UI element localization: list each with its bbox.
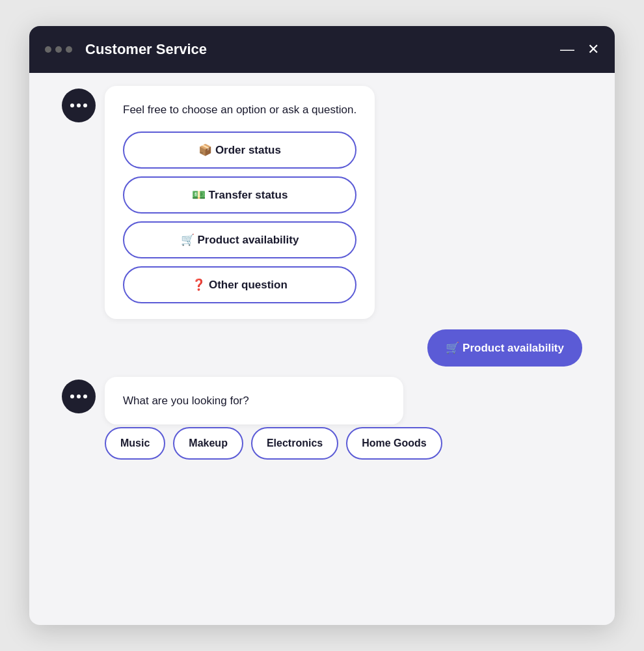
close-button[interactable]: ✕ bbox=[587, 41, 599, 58]
option-order-status[interactable]: 📦 Order status bbox=[123, 132, 356, 169]
category-buttons-list: Music Makeup Electronics Home Goods bbox=[105, 427, 442, 460]
bot-question-card: What are you looking for? bbox=[105, 377, 403, 425]
titlebar-dots bbox=[45, 46, 72, 53]
category-music[interactable]: Music bbox=[105, 427, 165, 460]
bot-question-text: What are you looking for? bbox=[123, 393, 385, 409]
titlebar-dot-3 bbox=[66, 46, 72, 53]
minimize-button[interactable]: — bbox=[560, 42, 574, 57]
category-electronics[interactable]: Electronics bbox=[251, 427, 338, 460]
bot-followup-container: What are you looking for? Music Makeup E… bbox=[105, 377, 442, 460]
user-selected-label: Product availability bbox=[463, 342, 564, 354]
category-home-goods[interactable]: Home Goods bbox=[346, 427, 442, 460]
titlebar-dot-1 bbox=[45, 46, 51, 53]
option-transfer-status[interactable]: 💵 Transfer status bbox=[123, 176, 356, 214]
option-product-availability[interactable]: 🛒 Product availability bbox=[123, 221, 356, 258]
chat-area: Feel free to choose an option or ask a q… bbox=[29, 73, 615, 625]
bot-followup-row: What are you looking for? Music Makeup E… bbox=[62, 377, 582, 460]
more-options-dots-icon-2 bbox=[70, 395, 87, 398]
more-options-dots-icon bbox=[70, 104, 87, 107]
option-buttons-list: 📦 Order status 💵 Transfer status 🛒 Produ… bbox=[123, 132, 356, 303]
bot-intro-text: Feel free to choose an option or ask a q… bbox=[123, 102, 356, 118]
titlebar-controls: — ✕ bbox=[560, 41, 599, 58]
titlebar-dot-2 bbox=[55, 46, 62, 53]
window-title: Customer Service bbox=[85, 41, 560, 58]
bot-message-card: Feel free to choose an option or ask a q… bbox=[105, 86, 375, 319]
more-options-button[interactable] bbox=[62, 89, 96, 122]
chat-window: Customer Service — ✕ Feel free to choose… bbox=[29, 26, 615, 625]
category-makeup[interactable]: Makeup bbox=[173, 427, 243, 460]
titlebar: Customer Service — ✕ bbox=[29, 26, 615, 73]
more-options-button-2[interactable] bbox=[62, 380, 96, 413]
bot-options-row: Feel free to choose an option or ask a q… bbox=[62, 86, 582, 319]
user-selected-bubble: 🛒 Product availability bbox=[427, 329, 582, 367]
user-selected-icon: 🛒 bbox=[446, 342, 463, 354]
option-other-question[interactable]: ❓ Other question bbox=[123, 266, 356, 303]
